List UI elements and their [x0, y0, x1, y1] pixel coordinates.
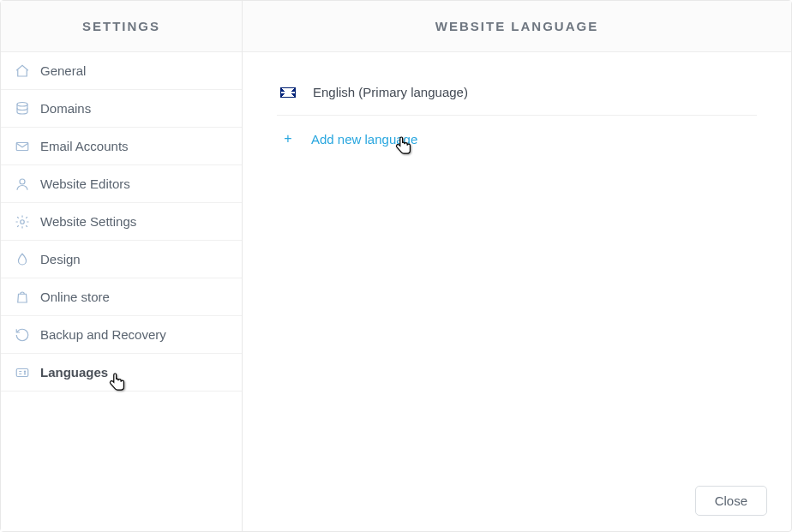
sidebar-item-general[interactable]: General	[1, 52, 242, 90]
svg-point-0	[17, 102, 27, 106]
sidebar-item-label: General	[40, 63, 86, 78]
sidebar-item-email[interactable]: Email Accounts	[1, 128, 242, 165]
database-icon	[13, 99, 32, 118]
language-row-primary[interactable]: English (Primary language)	[277, 76, 757, 115]
add-language-label: Add new language	[311, 132, 417, 146]
close-button[interactable]: Close	[695, 486, 767, 516]
mail-icon	[13, 137, 32, 156]
sidebar: SETTINGS General Domains Email Accounts	[1, 1, 243, 531]
sidebar-item-languages[interactable]: Languages	[1, 354, 242, 392]
svg-point-3	[21, 219, 25, 224]
sidebar-item-backup[interactable]: Backup and Recovery	[1, 316, 242, 354]
language-list: English (Primary language)	[277, 76, 757, 116]
main-title: WEBSITE LANGUAGE	[243, 1, 791, 52]
sidebar-item-label: Online store	[40, 290, 110, 304]
sidebar-item-label: Website Editors	[40, 176, 130, 191]
sidebar-item-label: Email Accounts	[40, 139, 129, 153]
main-body: English (Primary language) + Add new lan…	[243, 52, 791, 531]
user-icon	[13, 175, 32, 194]
sidebar-item-label: Design	[40, 252, 81, 266]
sidebar-title: SETTINGS	[1, 1, 242, 52]
home-icon	[13, 62, 32, 81]
droplet-icon	[13, 250, 32, 269]
restore-icon	[13, 326, 32, 344]
sidebar-item-label: Backup and Recovery	[40, 327, 166, 342]
settings-dialog: SETTINGS General Domains Email Accounts	[0, 0, 792, 532]
svg-point-2	[20, 179, 25, 184]
bag-icon	[13, 288, 32, 307]
svg-rect-1	[16, 142, 28, 150]
plus-icon: +	[280, 131, 296, 146]
language-label: English (Primary language)	[313, 85, 468, 99]
sidebar-item-editors[interactable]: Website Editors	[1, 165, 242, 203]
sidebar-item-website-settings[interactable]: Website Settings	[1, 203, 242, 241]
gear-icon	[13, 212, 32, 231]
sidebar-item-domains[interactable]: Domains	[1, 90, 242, 128]
svg-rect-4	[16, 368, 28, 376]
sidebar-item-design[interactable]: Design	[1, 241, 242, 278]
language-icon	[13, 363, 32, 382]
add-language-button[interactable]: + Add new language	[277, 116, 757, 162]
main-panel: WEBSITE LANGUAGE English (Primary langua…	[243, 1, 791, 531]
sidebar-item-label: Languages	[40, 365, 108, 380]
flag-uk-icon	[280, 87, 296, 98]
sidebar-item-label: Website Settings	[40, 214, 136, 229]
dialog-footer: Close	[695, 486, 767, 516]
sidebar-item-label: Domains	[40, 101, 91, 116]
sidebar-item-store[interactable]: Online store	[1, 278, 242, 316]
sidebar-list: General Domains Email Accounts Website E…	[1, 52, 242, 392]
